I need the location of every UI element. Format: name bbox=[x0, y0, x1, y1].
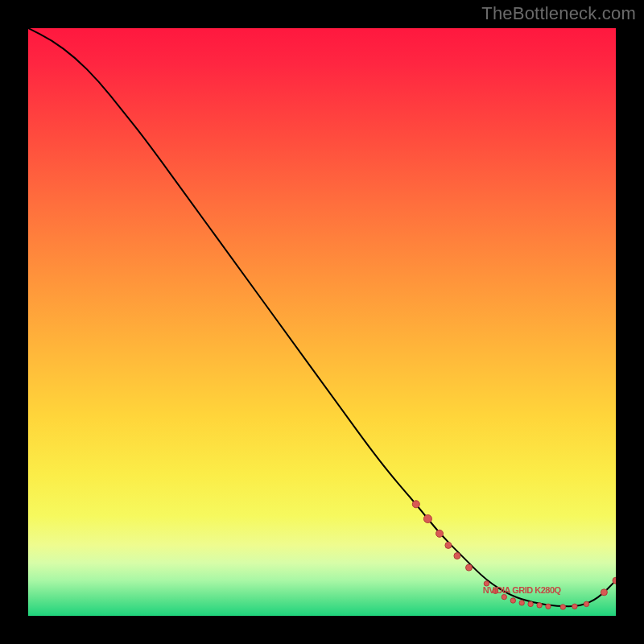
data-marker bbox=[454, 553, 460, 559]
data-marker bbox=[601, 589, 607, 596]
data-marker bbox=[546, 604, 551, 609]
data-marker bbox=[560, 605, 565, 609]
data-marker bbox=[466, 564, 473, 571]
data-marker bbox=[412, 501, 419, 508]
data-marker bbox=[572, 604, 577, 609]
data-marker bbox=[584, 601, 588, 606]
data-marker bbox=[528, 601, 533, 606]
watermark-text: TheBottleneck.com bbox=[481, 3, 636, 24]
data-marker bbox=[537, 603, 542, 608]
data-marker bbox=[613, 577, 616, 584]
bottleneck-curve bbox=[28, 28, 616, 606]
data-marker bbox=[519, 601, 524, 605]
data-marker bbox=[445, 542, 452, 548]
chart-frame: TheBottleneck.com NVIDIA GRID K280Q bbox=[0, 0, 644, 644]
data-marker bbox=[436, 530, 444, 537]
data-marker bbox=[423, 515, 431, 523]
curve-annotation-label: NVIDIA GRID K280Q bbox=[483, 585, 562, 595]
chart-svg: NVIDIA GRID K280Q bbox=[28, 28, 616, 616]
plot-area: NVIDIA GRID K280Q bbox=[28, 28, 616, 616]
data-marker bbox=[502, 594, 506, 599]
data-marker bbox=[510, 598, 515, 603]
